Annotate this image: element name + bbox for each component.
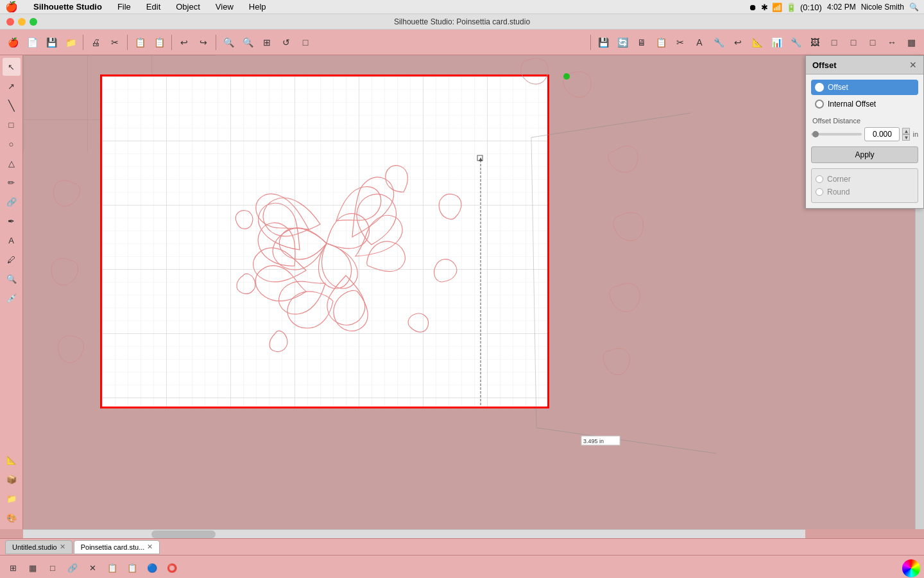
window-minimize-button[interactable] bbox=[18, 18, 26, 26]
toolbar-panel2[interactable]: 📋 bbox=[652, 33, 670, 51]
offset-option-internal[interactable]: Internal Offset bbox=[811, 96, 918, 112]
menu-help[interactable]: Help bbox=[246, 2, 269, 12]
btool-grid[interactable]: ⊞ bbox=[4, 559, 22, 577]
offset-corner-option[interactable]: Corner bbox=[816, 173, 914, 186]
toolbar-rotate[interactable]: ↺ bbox=[277, 33, 295, 51]
tab-poinsettia-close[interactable]: ✕ bbox=[147, 543, 153, 551]
offset-panel: Offset ✕ Offset Internal Offset Offset D… bbox=[805, 55, 924, 209]
tab-untitled-close[interactable]: ✕ bbox=[60, 543, 65, 551]
toolbar-panel3[interactable]: ✂ bbox=[671, 33, 689, 51]
toolbar-text[interactable]: A bbox=[690, 33, 708, 51]
toolbar-expand[interactable]: ↔ bbox=[883, 33, 901, 51]
offset-round-option[interactable]: Round bbox=[816, 186, 914, 198]
menu-file[interactable]: File bbox=[115, 2, 133, 12]
bottom-tabs: Untitled.studio ✕ Poinsettia card.stu...… bbox=[0, 538, 924, 555]
toolbar-view-mode2[interactable]: □ bbox=[844, 33, 862, 51]
tool-panel1[interactable]: 📐 bbox=[3, 451, 21, 469]
tab-untitled-label: Untitled.studio bbox=[12, 543, 57, 551]
offset-option-offset[interactable]: Offset bbox=[811, 80, 918, 95]
tool-text[interactable]: A bbox=[3, 231, 21, 249]
search-icon[interactable]: 🔍 bbox=[909, 3, 919, 12]
tool-pen[interactable]: ✒ bbox=[3, 212, 21, 230]
scrollbar-thumb-horizontal[interactable] bbox=[151, 530, 216, 538]
color-wheel[interactable] bbox=[902, 559, 920, 577]
window-maximize-button[interactable] bbox=[30, 18, 37, 26]
toolbar-fill[interactable]: 🔧 bbox=[710, 33, 728, 51]
tool-rectangle[interactable]: □ bbox=[3, 116, 21, 134]
tool-draw-line[interactable]: ╲ bbox=[3, 96, 21, 114]
btool-link[interactable]: 🔗 bbox=[64, 559, 81, 577]
toolbar-paste[interactable]: 📋 bbox=[150, 33, 168, 51]
canvas-area[interactable]: 3.495 in bbox=[23, 55, 924, 529]
offset-spinner-down[interactable]: ▼ bbox=[902, 134, 910, 141]
tool-eraser[interactable]: 🖊 bbox=[3, 250, 21, 268]
toolbar-view-mode1[interactable]: □ bbox=[825, 33, 843, 51]
tool-eyedropper[interactable]: 💉 bbox=[3, 289, 21, 307]
btool-group[interactable]: □ bbox=[44, 559, 62, 577]
tool-color[interactable]: 🎨 bbox=[3, 509, 21, 527]
toolbar-library[interactable]: 🔄 bbox=[613, 33, 631, 51]
offset-radio-internal bbox=[815, 100, 824, 109]
menu-object[interactable]: Object bbox=[173, 2, 203, 12]
btool-unlink[interactable]: ✕ bbox=[83, 559, 101, 577]
offset-slider-thumb[interactable] bbox=[812, 131, 819, 137]
tool-pencil[interactable]: ✏ bbox=[3, 173, 21, 191]
btool-circle[interactable]: 🔵 bbox=[143, 559, 161, 577]
main-area: ↖ ↗ ╲ □ ○ △ ✏ 🔗 ✒ A 🖊 🔍 💉 📐 📦 📁 🎨 bbox=[0, 55, 924, 529]
btool-duplicate[interactable]: 📋 bbox=[103, 559, 121, 577]
toolbar-zoom-in[interactable]: 🔍 bbox=[219, 33, 237, 51]
canvas-scrollbar-horizontal[interactable] bbox=[23, 529, 805, 538]
toolbar-send[interactable]: 💾 bbox=[594, 33, 612, 51]
btool-ring[interactable]: ⭕ bbox=[163, 559, 181, 577]
toolbar-redo[interactable]: ↪ bbox=[194, 33, 212, 51]
tool-panel2[interactable]: 📦 bbox=[3, 470, 21, 488]
toolbar-layers[interactable]: 🖼 bbox=[806, 33, 824, 51]
toolbar-settings[interactable]: 🔧 bbox=[787, 33, 805, 51]
offset-value-input[interactable] bbox=[864, 127, 900, 141]
toolbar-frame[interactable]: □ bbox=[296, 33, 314, 51]
tab-poinsettia[interactable]: Poinsettia card.stu... ✕ bbox=[74, 540, 160, 554]
btool-align[interactable]: ▦ bbox=[24, 559, 42, 577]
toolbar-view-mode3[interactable]: □ bbox=[864, 33, 882, 51]
toolbar-browse[interactable]: 📁 bbox=[62, 33, 80, 51]
toolbar-zoom-fit[interactable]: ⊞ bbox=[258, 33, 276, 51]
tool-zoom[interactable]: 🔍 bbox=[3, 270, 21, 288]
offset-slider[interactable] bbox=[811, 133, 862, 136]
tool-panel3[interactable]: 📁 bbox=[3, 489, 21, 507]
offset-apply-button[interactable]: Apply bbox=[811, 146, 918, 163]
toolbar-transform[interactable]: 📐 bbox=[748, 33, 766, 51]
toolbar-panel1[interactable]: 🖥 bbox=[633, 33, 651, 51]
toolbar-align[interactable]: 📊 bbox=[767, 33, 785, 51]
tab-untitled[interactable]: Untitled.studio ✕ bbox=[5, 540, 73, 554]
toolbar-zoom-out[interactable]: 🔍 bbox=[239, 33, 257, 51]
app-name[interactable]: Silhouette Studio bbox=[31, 2, 105, 12]
toolbar-cut[interactable]: ✂ bbox=[106, 33, 124, 51]
tool-ellipse[interactable]: ○ bbox=[3, 135, 21, 153]
tool-bezier[interactable]: 🔗 bbox=[3, 193, 21, 211]
offset-close-button[interactable]: ✕ bbox=[909, 60, 917, 70]
tool-polygon[interactable]: △ bbox=[3, 154, 21, 172]
toolbar-grid[interactable]: ▦ bbox=[902, 33, 920, 51]
menu-view[interactable]: View bbox=[213, 2, 236, 12]
menubar: 🍎 Silhouette Studio File Edit Object Vie… bbox=[0, 0, 924, 14]
toolbar-save[interactable]: 💾 bbox=[42, 33, 60, 51]
toolbar-open[interactable]: 📄 bbox=[23, 33, 41, 51]
toolbar-new[interactable]: 🍎 bbox=[4, 33, 22, 51]
tool-node[interactable]: ↗ bbox=[3, 77, 21, 95]
offset-spinner-up[interactable]: ▲ bbox=[902, 128, 910, 134]
record-icon[interactable]: ⏺ bbox=[749, 3, 757, 12]
battery-icon[interactable]: 🔋 bbox=[786, 3, 796, 12]
toolbar-undo[interactable]: ↩ bbox=[175, 33, 193, 51]
toolbar-copy[interactable]: 📋 bbox=[131, 33, 149, 51]
bottom-left-tools: ⊞ ▦ □ 🔗 ✕ 📋 📋 🔵 ⭕ bbox=[0, 555, 924, 578]
apple-menu[interactable]: 🍎 bbox=[5, 1, 18, 13]
tool-select[interactable]: ↖ bbox=[3, 58, 21, 76]
bluetooth-icon[interactable]: ✱ bbox=[761, 3, 768, 12]
toolbar-print[interactable]: 🖨 bbox=[87, 33, 105, 51]
wifi-icon[interactable]: 📶 bbox=[772, 3, 782, 12]
btool-copy[interactable]: 📋 bbox=[123, 559, 141, 577]
toolbar-replicate[interactable]: ↩ bbox=[729, 33, 747, 51]
offset-unit: in bbox=[912, 130, 918, 138]
menu-edit[interactable]: Edit bbox=[144, 2, 163, 12]
window-close-button[interactable] bbox=[6, 18, 14, 26]
